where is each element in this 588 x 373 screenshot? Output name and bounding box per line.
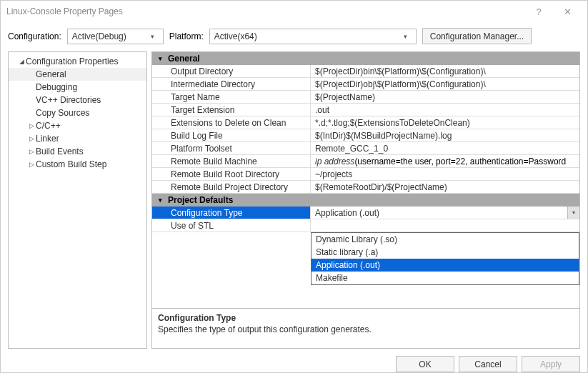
property-value[interactable]: $(IntDir)$(MSBuildProjectName).log xyxy=(311,129,579,141)
property-value[interactable]: $(ProjectName) xyxy=(311,91,579,103)
configuration-value: Active(Debug) xyxy=(72,31,147,41)
description-title: Configuration Type xyxy=(158,313,574,323)
tree-item[interactable]: Copy Sources xyxy=(9,106,146,119)
expand-icon: ▷ xyxy=(27,161,36,168)
configuration-manager-button[interactable]: Configuration Manager... xyxy=(422,28,532,44)
tree-item-label: Copy Sources xyxy=(36,108,89,118)
property-name: Build Log File xyxy=(152,129,311,141)
tree-item-label: C/C++ xyxy=(36,121,61,131)
property-row[interactable]: Output Directory$(ProjectDir)bin\$(Platf… xyxy=(152,65,579,78)
dropdown-toggle-icon[interactable]: ▾ xyxy=(567,207,579,219)
tree-item-label: General xyxy=(36,69,66,79)
nav-tree[interactable]: ◢ Configuration Properties GeneralDebugg… xyxy=(8,51,147,349)
section-general[interactable]: ▾ General xyxy=(152,52,579,65)
tree-item-label: VC++ Directories xyxy=(36,95,101,105)
property-row[interactable]: Remote Build Root Directory~/projects xyxy=(152,168,579,181)
cancel-button[interactable]: Cancel xyxy=(459,356,517,372)
ok-label: OK xyxy=(419,359,431,369)
main-area: ◢ Configuration Properties GeneralDebugg… xyxy=(1,51,587,349)
tree-root-label: Configuration Properties xyxy=(26,56,118,66)
collapse-icon: ◢ xyxy=(17,58,26,65)
property-row[interactable]: Remote Build Machine ip address (usernam… xyxy=(152,155,579,168)
property-name: Target Name xyxy=(152,91,311,103)
apply-button[interactable]: Apply xyxy=(522,356,580,372)
apply-label: Apply xyxy=(540,359,562,369)
property-row[interactable]: Remote Build Project Directory$(RemoteRo… xyxy=(152,181,579,194)
dropdown-option[interactable]: Application (.out) xyxy=(312,259,579,272)
config-bar: Configuration: Active(Debug) ▾ Platform:… xyxy=(1,22,587,51)
tree-item[interactable]: Debugging xyxy=(9,81,146,94)
property-row[interactable]: Target Name$(ProjectName) xyxy=(152,91,579,104)
property-grid[interactable]: ▾ General Output Directory$(ProjectDir)b… xyxy=(151,51,580,309)
tree-item[interactable]: General xyxy=(9,68,146,81)
tree-item[interactable]: ▷Custom Build Step xyxy=(9,158,146,171)
property-value[interactable]: Remote_GCC_1_0 xyxy=(311,142,579,154)
property-name: Remote Build Root Directory xyxy=(152,168,311,180)
property-value[interactable] xyxy=(311,219,579,232)
tree-root[interactable]: ◢ Configuration Properties xyxy=(9,55,146,68)
ip-placeholder: ip address xyxy=(315,156,354,166)
property-value[interactable]: ~/projects xyxy=(311,168,579,180)
expand-icon: ▷ xyxy=(27,135,36,142)
property-name: Remote Build Machine xyxy=(152,155,311,167)
property-row[interactable]: Extensions to Delete on Clean*.d;*.tlog;… xyxy=(152,116,579,129)
dropdown-option[interactable]: Static library (.a) xyxy=(312,246,579,259)
tree-item-label: Custom Build Step xyxy=(36,159,106,169)
dropdown-option[interactable]: Makefile xyxy=(312,272,579,284)
tree-item[interactable]: ▷Linker xyxy=(9,132,146,145)
collapse-icon: ▾ xyxy=(152,197,168,204)
tree-item[interactable]: ▷C/C++ xyxy=(9,119,146,132)
window-title: Linux-Console Property Pages xyxy=(6,6,524,16)
property-name: Target Extension xyxy=(152,104,311,116)
property-row[interactable]: Build Log File$(IntDir)$(MSBuildProjectN… xyxy=(152,129,579,142)
expand-icon: ▷ xyxy=(27,122,36,129)
dialog-footer: OK Cancel Apply xyxy=(1,349,587,373)
tree-item-label: Debugging xyxy=(36,82,77,92)
configuration-label: Configuration: xyxy=(8,31,61,41)
property-name: Use of STL xyxy=(152,219,311,232)
platform-dropdown[interactable]: Active(x64) ▾ xyxy=(209,29,417,44)
collapse-icon: ▾ xyxy=(152,55,168,62)
property-row[interactable]: Intermediate Directory$(ProjectDir)obj\$… xyxy=(152,78,579,91)
dropdown-option[interactable]: Dynamic Library (.so) xyxy=(312,233,579,246)
tree-item[interactable]: ▷Build Events xyxy=(9,145,146,158)
section-defaults-label: Project Defaults xyxy=(168,195,233,205)
property-name: Remote Build Project Directory xyxy=(152,181,311,193)
close-button[interactable]: ✕ xyxy=(553,1,582,21)
ok-button[interactable]: OK xyxy=(396,356,454,372)
chevron-down-icon: ▾ xyxy=(400,33,412,40)
property-value[interactable]: $(ProjectDir)obj\$(Platform)\$(Configura… xyxy=(311,78,579,90)
help-button[interactable]: ? xyxy=(524,1,553,21)
description-pane: Configuration Type Specifies the type of… xyxy=(151,309,580,349)
property-value[interactable]: *.d;*.tlog;$(ExtensionsToDeleteOnClean) xyxy=(311,116,579,129)
platform-label: Platform: xyxy=(169,31,204,41)
property-row[interactable]: Target Extension.out xyxy=(152,104,579,116)
property-value[interactable]: ip address (username=the user, port=22, … xyxy=(311,155,579,167)
tree-item-label: Build Events xyxy=(36,146,84,156)
platform-value: Active(x64) xyxy=(214,31,400,41)
cancel-label: Cancel xyxy=(474,359,501,369)
property-name: Output Directory xyxy=(152,65,311,77)
property-value[interactable]: $(RemoteRootDir)/$(ProjectName) xyxy=(311,181,579,193)
property-name: Intermediate Directory xyxy=(152,78,311,90)
configuration-dropdown[interactable]: Active(Debug) ▾ xyxy=(67,29,164,44)
property-row[interactable]: Configuration TypeApplication (.out)▾ xyxy=(152,207,579,219)
configuration-manager-label: Configuration Manager... xyxy=(430,31,524,41)
description-body: Specifies the type of output this config… xyxy=(158,324,574,334)
titlebar: Linux-Console Property Pages ? ✕ xyxy=(1,1,587,22)
connection-details: (username=the user, port=22, authenticat… xyxy=(354,156,566,166)
property-name: Configuration Type xyxy=(152,207,311,219)
section-defaults[interactable]: ▾ Project Defaults xyxy=(152,194,579,207)
property-value[interactable]: Application (.out)▾ xyxy=(311,207,579,219)
chevron-down-icon: ▾ xyxy=(147,33,159,40)
property-value[interactable]: .out xyxy=(311,104,579,116)
expand-icon: ▷ xyxy=(27,148,36,155)
property-row[interactable]: Platform ToolsetRemote_GCC_1_0 xyxy=(152,142,579,155)
property-row[interactable]: Use of STL xyxy=(152,219,579,232)
property-name: Platform Toolset xyxy=(152,142,311,154)
tree-item[interactable]: VC++ Directories xyxy=(9,94,146,106)
property-value[interactable]: $(ProjectDir)bin\$(Platform)\$(Configura… xyxy=(311,65,579,77)
dropdown-list[interactable]: Dynamic Library (.so)Static library (.a)… xyxy=(311,232,579,285)
tree-item-label: Linker xyxy=(36,134,59,144)
section-general-label: General xyxy=(168,54,200,64)
